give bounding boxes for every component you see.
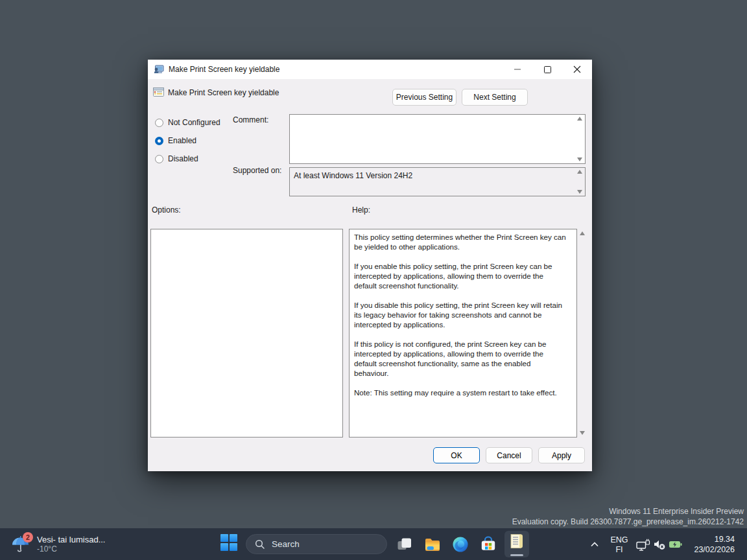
dialog-titlebar: Make Print Screen key yieldable (148, 60, 592, 79)
tray-chevron-icon[interactable] (589, 541, 600, 548)
task-view-icon[interactable] (396, 536, 413, 553)
weather-headline: Vesi- tai lumisad... (37, 535, 106, 544)
help-textbox[interactable]: This policy setting determines whether t… (349, 229, 577, 438)
taskbar: 2 Vesi- tai lumisad... -10°C Search (0, 528, 747, 560)
clock-date: 23/02/2026 (694, 545, 735, 555)
scroll-down-icon[interactable] (577, 158, 582, 161)
policy-setting-icon (153, 87, 164, 97)
help-paragraph: This policy setting determines whether t… (354, 232, 572, 251)
group-policy-taskbar-button[interactable] (504, 531, 529, 557)
start-button[interactable] (220, 534, 237, 551)
help-panel: This policy setting determines whether t… (349, 229, 586, 438)
weather-widget[interactable]: 2 Vesi- tai lumisad... -10°C (5, 528, 111, 560)
clock[interactable]: 19.34 23/02/2026 (694, 535, 735, 555)
help-scrollbar[interactable] (578, 229, 586, 438)
watermark-line2: Evaluation copy. Build 26300.7877.ge_pre… (512, 517, 744, 528)
edge-icon[interactable] (452, 536, 469, 553)
scroll-up-icon[interactable] (577, 117, 582, 121)
group-policy-window-icon (154, 64, 164, 75)
scroll-up-icon[interactable] (577, 170, 582, 174)
radio-icon (155, 137, 163, 145)
supported-on-label: Supported on: (233, 166, 281, 175)
supported-scrollbar[interactable] (575, 168, 585, 196)
file-explorer-icon[interactable] (424, 536, 441, 553)
search-icon (255, 539, 265, 550)
weather-temperature: -10°C (37, 544, 106, 554)
radio-disabled[interactable]: Disabled (155, 154, 198, 163)
options-label: Options: (152, 205, 181, 215)
help-paragraph: Note: This setting may require a system … (354, 388, 572, 397)
cancel-button[interactable]: Cancel (486, 447, 532, 463)
maximize-icon (544, 66, 551, 73)
radio-icon (155, 155, 163, 163)
policy-setting-dialog: Make Print Screen key yieldable Make Pri… (148, 60, 592, 471)
search-placeholder: Search (272, 539, 300, 549)
search-box[interactable]: Search (246, 534, 387, 554)
microsoft-store-icon[interactable] (480, 536, 497, 553)
evaluation-watermark: Windows 11 Enterprise Insider Preview Ev… (512, 507, 744, 527)
comment-label: Comment: (233, 115, 268, 124)
minimize-icon (514, 69, 521, 70)
radio-enabled[interactable]: Enabled (155, 136, 196, 145)
help-paragraph: If you enable this policy setting, the p… (354, 261, 564, 290)
start-icon (220, 534, 228, 542)
dialog-title: Make Print Screen key yieldable (169, 65, 279, 74)
close-icon (573, 65, 581, 73)
battery-charging-icon[interactable] (669, 539, 683, 550)
scroll-down-icon[interactable] (580, 431, 585, 435)
supported-on-value: At least Windows 11 Version 24H2 (294, 171, 412, 180)
running-indicator (510, 554, 523, 556)
language-indicator[interactable]: ENG FI (607, 535, 632, 555)
supported-on-textbox[interactable]: At least Windows 11 Version 24H2 (289, 167, 586, 196)
comment-scrollbar[interactable] (575, 115, 585, 163)
help-paragraph: If this policy is not configured, the pr… (354, 339, 564, 378)
scroll-up-icon[interactable] (580, 231, 585, 235)
setting-name: Make Print Screen key yieldable (168, 88, 279, 97)
network-icon[interactable] (636, 539, 650, 553)
options-panel[interactable] (150, 229, 343, 438)
watermark-line1: Windows 11 Enterprise Insider Preview (512, 507, 744, 517)
notification-badge: 2 (23, 532, 33, 542)
radio-not-configured[interactable]: Not Configured (155, 118, 220, 127)
ok-button[interactable]: OK (433, 447, 480, 463)
next-setting-button[interactable]: Next Setting (462, 89, 528, 106)
group-policy-editor-icon (508, 533, 525, 550)
scroll-down-icon[interactable] (577, 190, 582, 194)
language-secondary: FI (607, 545, 632, 555)
volume-muted-icon[interactable] (653, 539, 666, 550)
comment-textbox[interactable] (289, 114, 586, 164)
close-button[interactable] (562, 60, 592, 79)
clock-time: 19.34 (694, 535, 735, 545)
minimize-button[interactable] (503, 60, 532, 79)
help-label: Help: (352, 205, 370, 215)
previous-setting-button[interactable]: Previous Setting (392, 89, 456, 106)
help-paragraph: If you disable this policy setting, the … (354, 300, 564, 329)
language-primary: ENG (607, 535, 632, 545)
maximize-button[interactable] (532, 60, 562, 79)
radio-icon (155, 119, 163, 127)
apply-button[interactable]: Apply (538, 447, 585, 463)
